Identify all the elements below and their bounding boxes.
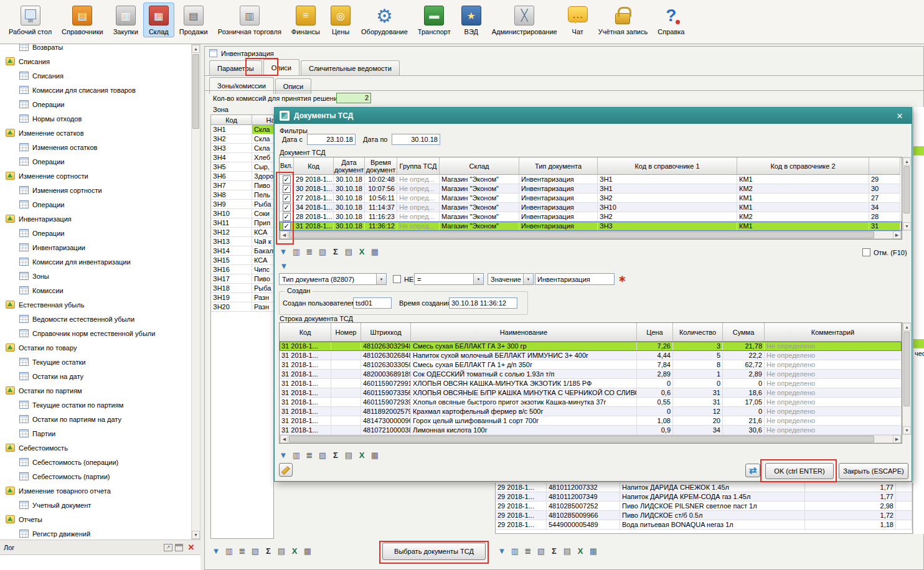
toolbar-item-ved[interactable]: ★ВЭД: [456, 2, 487, 37]
chevron-down-icon[interactable]: ▼: [523, 274, 533, 284]
excel-icon[interactable]: X: [289, 545, 300, 556]
filter-field-select[interactable]: Тип документа (82807) ▼: [279, 273, 387, 285]
row-checkbox[interactable]: [283, 203, 291, 212]
filter-operator-select[interactable]: = ▼: [414, 273, 484, 285]
scroll-right-icon[interactable]: ▶: [893, 435, 901, 443]
print-icon[interactable]: ▤: [562, 545, 573, 556]
sidebar-item[interactable]: Комиссии для списания товаров: [0, 83, 200, 97]
checkbox-cell[interactable]: [280, 194, 294, 203]
row-checkbox[interactable]: [283, 213, 291, 221]
toolbar-item-equipment[interactable]: ⚙Оборудование: [356, 2, 413, 37]
column-header[interactable]: Время документ: [365, 157, 397, 175]
scroll-right-icon[interactable]: ▶: [893, 231, 901, 239]
sidebar-item[interactable]: Операции: [0, 97, 200, 111]
toolbar-item-account[interactable]: Учётная запись: [593, 2, 653, 37]
sidebar-item[interactable]: Изменение товарного отчета: [0, 484, 200, 498]
line-row[interactable]: 31 2018-1...4820003689189Сок ОДЕССКИЙ то…: [280, 370, 902, 379]
scroll-thumb[interactable]: [903, 166, 910, 213]
doc-table-hscrollbar[interactable]: ◀ ▶: [280, 231, 902, 239]
date-from-input[interactable]: 23.10.18: [307, 134, 356, 145]
print-icon[interactable]: ▤: [343, 449, 354, 460]
toolbar-item-warehouse[interactable]: ▦Склад: [143, 2, 174, 37]
toolbar-item-references[interactable]: ▤Справочники: [57, 2, 108, 37]
background-line-row[interactable]: 29 2018-1...4810285007252Пиво ЛИДСКОЕ PI…: [496, 502, 912, 511]
funnel-up-icon[interactable]: ▼: [278, 449, 289, 460]
column-header[interactable]: Сумма: [723, 323, 765, 342]
sidebar-item[interactable]: Изменение остатков: [0, 126, 200, 140]
column-header[interactable]: Вкл.: [280, 157, 294, 175]
zone-row[interactable]: ЗН9Рыба: [211, 200, 273, 209]
zone-row[interactable]: ЗН6Здоро: [211, 172, 273, 181]
edit-button[interactable]: [279, 463, 293, 477]
select-tsd-documents-button[interactable]: Выбрать документы ТСД: [382, 543, 486, 560]
zone-row[interactable]: ЗН14Бакал: [211, 246, 273, 256]
zone-row[interactable]: ЗН7Пиво: [211, 181, 273, 190]
zone-row[interactable]: ЗН11Прип: [211, 218, 273, 228]
column-header[interactable]: [869, 157, 900, 175]
toolbar-item-chat[interactable]: …Чат: [562, 2, 593, 37]
toolbar-item-desktop[interactable]: Рабочий стол: [4, 2, 57, 37]
sidebar-item[interactable]: Операции: [0, 226, 200, 240]
subtab-Описи[interactable]: Описи: [275, 78, 311, 94]
sigma-icon[interactable]: Σ: [549, 545, 560, 556]
sidebar-item[interactable]: Отчеты: [0, 512, 200, 526]
tab-Сличительные ведомости[interactable]: Сличительные ведомости: [301, 60, 400, 76]
close-button[interactable]: Закрыть (ESCAPE): [839, 463, 908, 479]
zone-row[interactable]: ЗН16Чипс: [211, 265, 273, 274]
column-header[interactable]: На: [252, 115, 274, 125]
toolbar-item-admin[interactable]: ╳Администрирование: [487, 2, 562, 37]
checkbox-cell[interactable]: [280, 212, 294, 222]
sidebar-item[interactable]: Остатки на дату: [0, 369, 200, 383]
funnel-up-icon[interactable]: ▼: [278, 246, 289, 257]
filter-value-mode-select[interactable]: Значение ▼: [488, 273, 534, 285]
maximize-icon[interactable]: [175, 544, 183, 551]
created-time-input[interactable]: 30.10.18 11:36:12: [449, 297, 517, 309]
sidebar-item[interactable]: Себестоимость (операции): [0, 455, 200, 469]
columns-icon[interactable]: ▥: [291, 449, 302, 460]
zone-row[interactable]: ЗН18Рыба: [211, 284, 273, 293]
print-icon[interactable]: ▤: [276, 545, 287, 556]
table-icon[interactable]: ▦: [302, 545, 313, 556]
doc-row[interactable]: 29 2018-1...30.10.1810:02:48Не опред...М…: [280, 175, 902, 184]
doc-row[interactable]: 28 2018-1...30.10.1811:16:23Не опред...М…: [280, 212, 902, 222]
sidebar-item[interactable]: Себестоимость (партии): [0, 469, 200, 484]
row-checkbox[interactable]: [283, 185, 291, 193]
column-header[interactable]: Код в справочнике 2: [737, 157, 869, 175]
sidebar-item[interactable]: Текущие остатки: [0, 355, 200, 369]
toolbar-item-help[interactable]: ?Справка: [653, 2, 689, 37]
checkbox-cell[interactable]: [280, 222, 294, 231]
filter-value-input[interactable]: Инвентаризация: [535, 273, 615, 285]
zone-row[interactable]: ЗН8Пель: [211, 190, 273, 200]
sidebar-item[interactable]: Остатки по товару: [0, 340, 200, 355]
table-icon[interactable]: ▦: [588, 545, 599, 556]
subtab-Зоны/комиссии[interactable]: Зоны/комиссии: [209, 77, 274, 94]
column-header[interactable]: Код в справочнике 1: [598, 157, 737, 175]
scroll-down-icon[interactable]: ▼: [903, 426, 911, 434]
export-icon[interactable]: ▧: [317, 246, 328, 257]
print-icon[interactable]: ▤: [343, 246, 354, 257]
lines-table-vscrollbar[interactable]: ▲ ▼: [902, 322, 911, 435]
open-window-icon[interactable]: ↗: [164, 544, 172, 551]
funnel-icon[interactable]: ▼: [278, 260, 290, 271]
refresh-button[interactable]: ⇄: [745, 464, 760, 477]
columns-icon[interactable]: ▥: [509, 545, 521, 556]
line-row[interactable]: 31 2018-1...4601159072991ХЛОПЬЯ ОВСЯН КА…: [280, 379, 902, 388]
background-line-row[interactable]: 29 2018-1...4810112007349Напиток ДАРИДА …: [496, 492, 912, 502]
checkbox-cell[interactable]: [280, 203, 294, 212]
excel-icon[interactable]: X: [356, 246, 367, 257]
not-checkbox[interactable]: [393, 275, 401, 283]
zone-row[interactable]: ЗН1Скла: [211, 125, 273, 134]
column-header[interactable]: Код: [294, 157, 334, 175]
zone-row[interactable]: ЗН10Соки: [211, 209, 273, 218]
sidebar-item[interactable]: Списания: [0, 54, 200, 68]
column-header[interactable]: Код: [211, 115, 252, 125]
table-icon[interactable]: ▦: [369, 246, 380, 257]
columns-icon[interactable]: ▥: [291, 246, 302, 257]
sigma-icon[interactable]: Σ: [263, 545, 274, 556]
toolbar-item-transport[interactable]: ▬Транспорт: [413, 2, 456, 37]
close-icon[interactable]: ✕: [186, 543, 197, 553]
checkbox-cell[interactable]: [280, 175, 294, 184]
sidebar-item[interactable]: Возвраты: [0, 44, 200, 54]
column-header[interactable]: Штрихкод: [361, 323, 411, 342]
column-header[interactable]: Группа ТСД: [397, 157, 440, 175]
